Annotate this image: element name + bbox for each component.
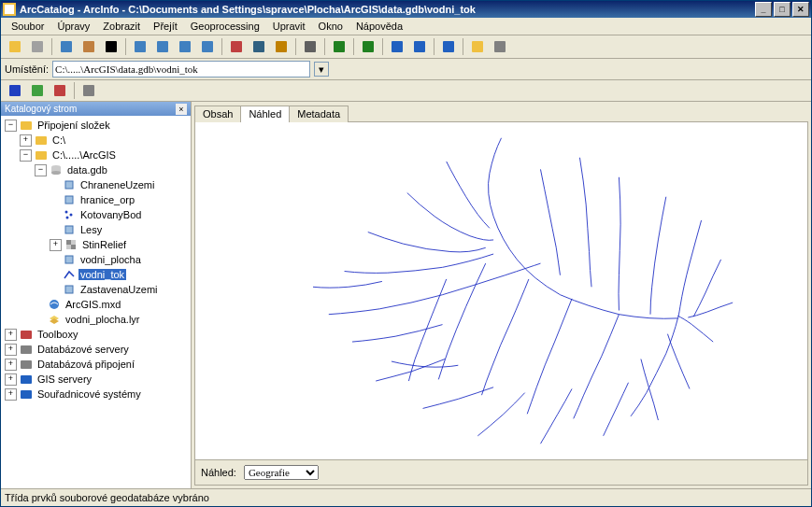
tree-item[interactable]: +Databázové servery bbox=[1, 342, 191, 357]
tree-toggle[interactable]: + bbox=[5, 359, 17, 371]
tree-label[interactable]: ChraneneUzemi bbox=[78, 179, 156, 190]
app-icon bbox=[3, 3, 16, 16]
menu-geoprocessing[interactable]: Geoprocessing bbox=[184, 19, 266, 34]
tree-item[interactable]: +GIS servery bbox=[1, 372, 191, 387]
connect-button[interactable] bbox=[5, 36, 25, 57]
list-button[interactable] bbox=[152, 36, 173, 57]
tree-label[interactable]: KotovanyBod bbox=[78, 209, 143, 220]
tree-label[interactable]: Lesy bbox=[78, 224, 104, 235]
menu-upravit[interactable]: Upravit bbox=[266, 19, 312, 34]
menu-úpravy[interactable]: Úpravy bbox=[50, 19, 96, 34]
tree-toggle[interactable]: − bbox=[35, 164, 47, 176]
tree-toggle[interactable]: − bbox=[20, 149, 32, 162]
help-button[interactable] bbox=[438, 36, 459, 57]
model-button[interactable] bbox=[271, 36, 292, 57]
table-button[interactable] bbox=[78, 80, 99, 101]
maximize-button[interactable]: □ bbox=[774, 2, 791, 17]
win-button[interactable] bbox=[490, 36, 510, 57]
menu-soubor[interactable]: Soubor bbox=[5, 19, 50, 34]
tree-item[interactable]: +StinRelief bbox=[1, 237, 191, 252]
catalog-button[interactable] bbox=[467, 36, 488, 57]
toolbar-separator bbox=[221, 38, 222, 55]
close-button[interactable]: ✕ bbox=[792, 2, 809, 17]
tree-item[interactable]: −Připojení složek bbox=[1, 118, 191, 133]
menu-zobrazit[interactable]: Zobrazit bbox=[96, 19, 147, 34]
tree-label[interactable]: C:\ bbox=[50, 134, 67, 146]
preview-mode-select[interactable]: GeografieTabulka bbox=[244, 465, 319, 480]
tree-label[interactable]: GIS servery bbox=[36, 373, 93, 385]
tree-toggle[interactable]: − bbox=[5, 120, 17, 132]
tree-label[interactable]: ArcGIS.mxd bbox=[64, 299, 122, 310]
tree-label[interactable]: Databázové servery bbox=[36, 344, 131, 355]
thumb-button[interactable] bbox=[197, 36, 218, 57]
tree-toggle[interactable]: + bbox=[5, 344, 17, 356]
tab-metadata[interactable]: Metadata bbox=[289, 106, 349, 122]
tree-label[interactable]: vodni_plocha.lyr bbox=[64, 314, 142, 325]
tree-item[interactable]: +Toolboxy bbox=[1, 327, 191, 342]
location-dropdown-button[interactable]: ▾ bbox=[314, 62, 329, 77]
toolbar-separator bbox=[324, 38, 325, 55]
tree-item[interactable]: vodni_plocha bbox=[1, 252, 191, 267]
tree-toggle[interactable]: + bbox=[50, 239, 62, 251]
tree-label[interactable]: C:\.....\ArcGIS bbox=[50, 149, 118, 161]
line-button[interactable] bbox=[5, 80, 25, 101]
tree-item[interactable]: vodni_tok bbox=[1, 267, 191, 282]
tree-item[interactable]: vodni_plocha.lyr bbox=[1, 312, 191, 327]
menu-nápověda[interactable]: Nápověda bbox=[349, 19, 409, 34]
tree-item[interactable]: hranice_orp bbox=[1, 192, 191, 207]
go-button[interactable] bbox=[358, 36, 378, 57]
main-toolbar bbox=[1, 35, 811, 59]
python-button[interactable] bbox=[249, 36, 269, 57]
toolbox-button[interactable] bbox=[226, 36, 247, 57]
pin-icon[interactable]: × bbox=[176, 104, 187, 115]
tree-item[interactable]: −data.gdb bbox=[1, 162, 191, 177]
tree-label[interactable]: hranice_orp bbox=[78, 194, 136, 205]
tree-item[interactable]: Lesy bbox=[1, 222, 191, 237]
menu-okno[interactable]: Okno bbox=[312, 19, 349, 34]
location-input[interactable] bbox=[52, 61, 310, 77]
svg-rect-14 bbox=[305, 41, 316, 52]
tree-label[interactable]: Souřadnicové systémy bbox=[36, 388, 143, 400]
tree-item[interactable]: ChraneneUzemi bbox=[1, 177, 191, 192]
tree-item[interactable]: −C:\.....\ArcGIS bbox=[1, 148, 191, 162]
tab-obsah[interactable]: Obsah bbox=[194, 106, 241, 122]
tree-label[interactable]: vodni_plocha bbox=[78, 254, 143, 265]
tree-label[interactable]: Databázová připojení bbox=[36, 359, 136, 370]
catalog-tree[interactable]: −Připojení složek+C:\−C:\.....\ArcGIS−da… bbox=[1, 116, 191, 488]
search-button[interactable] bbox=[300, 36, 321, 57]
tree-item[interactable]: ZastavenaUzemi bbox=[1, 282, 191, 297]
minimize-button[interactable]: _ bbox=[755, 2, 772, 17]
menu-přejít[interactable]: Přejít bbox=[147, 19, 184, 34]
large-button[interactable] bbox=[130, 36, 150, 57]
copy-button[interactable] bbox=[56, 36, 77, 57]
tree-toggle[interactable]: + bbox=[20, 134, 32, 147]
preview-area[interactable] bbox=[194, 121, 808, 460]
point-button[interactable] bbox=[50, 80, 70, 101]
tree-label[interactable]: vodni_tok bbox=[78, 269, 126, 280]
tree-item[interactable]: +Databázová připojení bbox=[1, 357, 191, 372]
tree-toggle[interactable]: + bbox=[5, 388, 17, 401]
tree-item[interactable]: KotovanyBod bbox=[1, 207, 191, 222]
tree-toggle[interactable]: + bbox=[5, 329, 17, 341]
tree-toggle[interactable]: + bbox=[5, 373, 17, 386]
detail-button[interactable] bbox=[175, 36, 195, 57]
tree-button[interactable] bbox=[329, 36, 349, 57]
paste-button[interactable] bbox=[78, 36, 99, 57]
tree-label[interactable]: StinRelief bbox=[80, 239, 128, 250]
tree-label[interactable]: data.gdb bbox=[65, 164, 109, 176]
svg-point-35 bbox=[70, 214, 73, 217]
delete-button[interactable] bbox=[101, 36, 121, 57]
preview-footer: Náhled: GeografieTabulka bbox=[194, 460, 808, 486]
disconnect-button[interactable] bbox=[27, 36, 48, 57]
tree-label[interactable]: ZastavenaUzemi bbox=[78, 284, 160, 295]
tab-náhled[interactable]: Náhled bbox=[240, 106, 290, 122]
tree-item[interactable]: ArcGIS.mxd bbox=[1, 297, 191, 312]
tree-label[interactable]: Připojení složek bbox=[36, 120, 112, 131]
tree-label[interactable]: Toolboxy bbox=[36, 329, 79, 340]
globe-button[interactable] bbox=[387, 36, 407, 57]
tree-item[interactable]: +C:\ bbox=[1, 133, 191, 148]
globe2-button[interactable] bbox=[409, 36, 430, 57]
poly-button[interactable] bbox=[27, 80, 48, 101]
tree-item[interactable]: +Souřadnicové systémy bbox=[1, 387, 191, 401]
statusbar: Třída prvků souborové geodatabáze vybrán… bbox=[1, 488, 811, 506]
